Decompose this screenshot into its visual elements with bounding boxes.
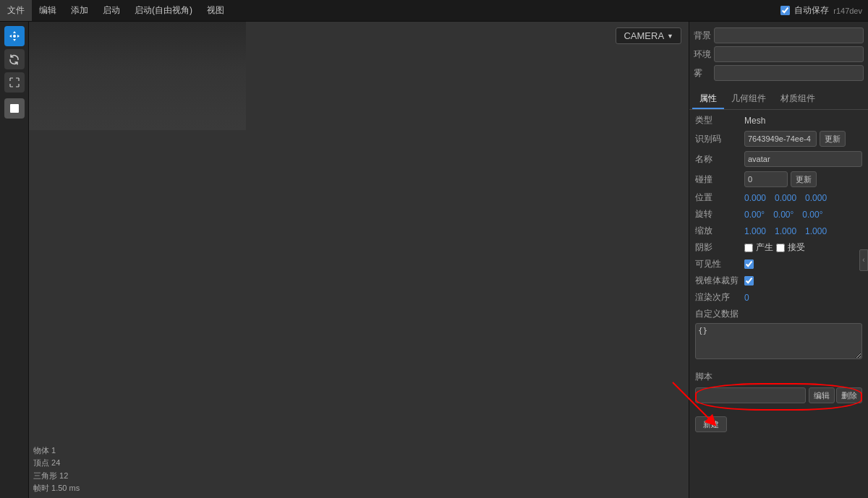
shadow-receive-label: 接受 (788, 241, 805, 254)
id-update-button[interactable]: 更新 (820, 131, 846, 147)
scale-x[interactable]: 1.000 (744, 226, 766, 236)
type-label: 类型 (695, 114, 744, 126)
script-delete-button[interactable]: 删除 (836, 387, 862, 403)
camera-dropdown[interactable]: CAMERA ▼ (616, 27, 681, 44)
viewport[interactable]: CAMERA ▼ 物体 1 顶点 24 三角形 12 帧时 1.50 ms (29, 22, 689, 498)
name-input[interactable] (744, 151, 862, 167)
environment-row: 环境 (694, 46, 864, 62)
scale-row: 缩放 1.000 1.000 1.000 (695, 225, 862, 237)
custom-data-textarea[interactable]: {} (695, 323, 862, 359)
left-toolbar (0, 22, 29, 498)
id-label: 识别码 (695, 133, 744, 145)
custom-data-row: 自定义数据 {} (695, 308, 862, 359)
render-order-label: 渲染次序 (695, 291, 744, 304)
menu-start-free[interactable]: 启动(自由视角) (127, 0, 200, 21)
rotation-values: 0.00° 0.00° 0.00° (744, 210, 827, 220)
move-tool-button[interactable] (4, 26, 25, 46)
fog-select[interactable] (714, 65, 864, 81)
position-z[interactable]: 0.000 (805, 193, 827, 203)
scale-values: 1.000 1.000 1.000 (744, 226, 831, 236)
shadow-receive-checkbox[interactable] (776, 244, 785, 252)
tab-properties[interactable]: 属性 (692, 90, 724, 109)
script-label: 脚本 (695, 371, 744, 383)
frustum-checkbox[interactable] (744, 276, 754, 286)
menu-file[interactable]: 文件 (0, 0, 32, 21)
scale-tool-button[interactable] (4, 72, 25, 93)
scale-z[interactable]: 1.000 (805, 226, 827, 236)
shadow-produce-label: 产生 (756, 241, 773, 254)
script-new-button[interactable]: 新建 (695, 416, 727, 432)
script-controls-row: 编辑 删除 (695, 387, 862, 403)
status-objects: 物体 1 (33, 445, 80, 458)
panel-tabs: 属性 几何组件 材质组件 (689, 90, 868, 110)
menu-add[interactable]: 添加 (64, 0, 95, 21)
script-new-row: 新建 (695, 415, 862, 432)
frustum-label: 视锥体裁剪 (695, 275, 744, 287)
rotation-y[interactable]: 0.00° (773, 210, 793, 220)
rotation-label: 旋转 (695, 208, 744, 220)
stop-button[interactable] (4, 98, 25, 119)
status-triangles: 三角形 12 (33, 470, 80, 483)
menu-view[interactable]: 视图 (200, 0, 231, 21)
menu-edit[interactable]: 编辑 (32, 0, 64, 21)
fog-row: 雾 (694, 65, 864, 81)
collision-row: 碰撞 更新 (695, 171, 862, 187)
panel-collapse-button[interactable]: ‹ (859, 249, 868, 271)
position-row: 位置 0.000 0.000 0.000 (695, 192, 862, 204)
rotation-z[interactable]: 0.00° (802, 210, 822, 220)
script-edit-button[interactable]: 编辑 (809, 387, 835, 403)
position-x[interactable]: 0.000 (744, 193, 766, 203)
background-label: 背景 (694, 30, 714, 42)
menu-start[interactable]: 启动 (95, 0, 127, 21)
rotate-tool-button[interactable] (4, 49, 25, 69)
panel-dropdowns: 背景 环境 雾 (689, 22, 868, 87)
name-label: 名称 (695, 153, 744, 166)
script-section: 脚本 编辑 删除 新建 (689, 368, 868, 435)
scale-y[interactable]: 1.000 (775, 226, 796, 236)
shadow-produce-checkbox[interactable] (744, 244, 753, 252)
visible-checkbox[interactable] (744, 259, 754, 269)
menu-bar: 文件 编辑 添加 启动 启动(自由视角) 视图 自动保存 r147dev (0, 0, 868, 22)
shadow-controls: 产生 接受 (744, 241, 805, 254)
version-text: r147dev (833, 7, 862, 15)
rotation-row: 旋转 0.00° 0.00° 0.00° (695, 208, 862, 220)
camera-label-text: CAMERA (624, 30, 664, 41)
shadow-row: 阴影 产生 接受 (695, 241, 862, 254)
position-values: 0.000 0.000 0.000 (744, 193, 831, 203)
background-row: 背景 (694, 27, 864, 43)
position-label: 位置 (695, 192, 744, 204)
type-value: Mesh (744, 116, 765, 126)
visible-row: 可见性 (695, 258, 862, 270)
script-label-row: 脚本 (695, 371, 862, 383)
type-row: 类型 Mesh (695, 114, 862, 126)
properties-section: 类型 Mesh 识别码 更新 名称 碰撞 更新 位置 0.000 0.000 0… (689, 110, 868, 368)
tab-geometry[interactable]: 几何组件 (724, 90, 773, 109)
fog-label: 雾 (694, 67, 714, 80)
scale-label: 缩放 (695, 225, 744, 237)
visible-label: 可见性 (695, 258, 744, 270)
background-select[interactable] (714, 27, 864, 43)
render-order-row: 渲染次序 0 (695, 291, 862, 304)
shadow-label: 阴影 (695, 241, 744, 254)
autosave-label: 自动保存 (794, 4, 829, 17)
status-bar: 物体 1 顶点 24 三角形 12 帧时 1.50 ms (33, 445, 80, 495)
id-input[interactable] (744, 131, 817, 147)
script-input[interactable] (695, 387, 806, 403)
environment-select[interactable] (714, 46, 864, 62)
id-row: 识别码 更新 (695, 131, 862, 147)
collision-update-button[interactable]: 更新 (791, 171, 817, 187)
name-row: 名称 (695, 151, 862, 167)
render-order-value[interactable]: 0 (744, 293, 749, 303)
status-vertices: 顶点 24 (33, 457, 80, 470)
rotation-x[interactable]: 0.00° (744, 210, 765, 220)
position-y[interactable]: 0.000 (775, 193, 796, 203)
right-panel: 背景 环境 雾 属性 几何组件 材质组件 类型 Mesh (689, 22, 868, 498)
custom-data-label: 自定义数据 (695, 308, 739, 320)
frustum-row: 视锥体裁剪 (695, 275, 862, 287)
autosave-checkbox[interactable] (780, 6, 790, 15)
collision-input[interactable] (744, 171, 788, 187)
collision-label: 碰撞 (695, 173, 744, 186)
status-frametime: 帧时 1.50 ms (33, 482, 80, 495)
svg-rect-0 (29, 22, 246, 130)
tab-material[interactable]: 材质组件 (773, 90, 822, 109)
